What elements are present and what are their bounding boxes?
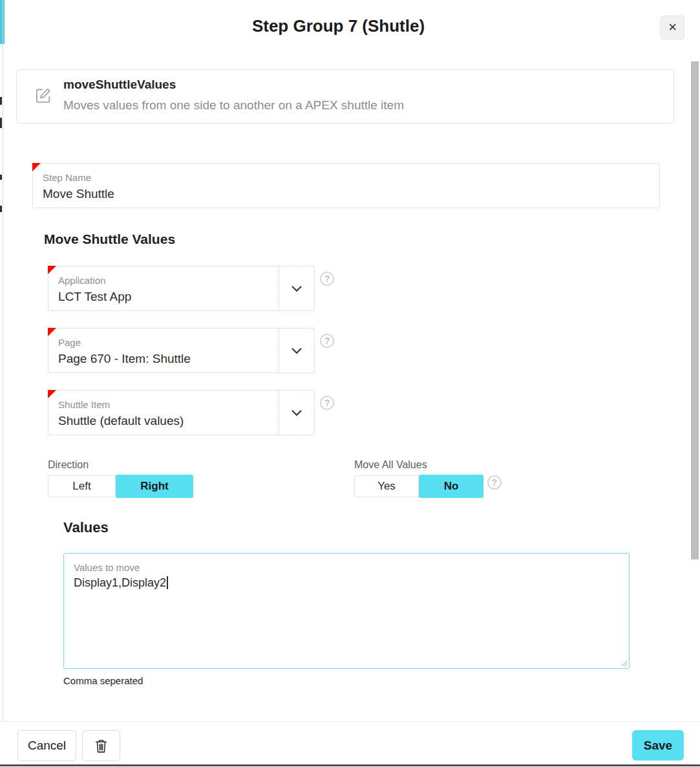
- help-icon[interactable]: ?: [320, 396, 334, 410]
- resize-handle-icon[interactable]: [620, 660, 628, 667]
- direction-option-left[interactable]: Left: [48, 475, 116, 497]
- step-name-value: Move Shuttle: [43, 187, 114, 201]
- shuttle-item-label: Shuttle Item: [58, 399, 110, 410]
- background-artifact: [0, 118, 2, 128]
- close-icon: ✕: [668, 21, 677, 34]
- values-to-move-value: Display1,Display2: [74, 576, 168, 590]
- shuttle-item-value: Shuttle (default values): [58, 414, 184, 428]
- values-to-move-label: Values to move: [74, 562, 140, 573]
- cancel-button[interactable]: Cancel: [17, 730, 76, 761]
- page-dropdown-button[interactable]: [279, 328, 315, 373]
- help-glyph: ?: [324, 398, 330, 408]
- application-dropdown-button[interactable]: [279, 266, 315, 311]
- values-heading: Values: [63, 519, 109, 536]
- save-button[interactable]: Save: [632, 730, 684, 761]
- required-marker: [32, 163, 41, 171]
- chevron-down-icon: [288, 280, 305, 297]
- bottom-edge-line: [0, 764, 700, 766]
- background-artifact: [0, 97, 2, 105]
- values-to-move-textarea[interactable]: Values to move Display1,Display2: [63, 553, 630, 669]
- shuttle-item-select[interactable]: Shuttle Item Shuttle (default values): [48, 390, 315, 435]
- required-marker: [48, 266, 56, 274]
- close-button[interactable]: ✕: [661, 16, 684, 39]
- comma-separated-hint: Comma seperated: [63, 675, 143, 686]
- direction-option-right[interactable]: Right: [116, 475, 193, 498]
- section-heading: Move Shuttle Values: [44, 232, 175, 247]
- step-name-label: Step Name: [43, 172, 91, 183]
- command-info-card: moveShuttleValues Moves values from one …: [16, 69, 674, 124]
- shuttle-item-dropdown-button[interactable]: [279, 390, 315, 435]
- move-all-option-yes[interactable]: Yes: [354, 475, 419, 497]
- background-artifact: [0, 206, 2, 212]
- page-label: Page: [58, 337, 81, 348]
- help-glyph: ?: [492, 477, 498, 488]
- delete-button[interactable]: [82, 730, 120, 761]
- move-all-values-label: Move All Values: [354, 459, 427, 471]
- help-icon[interactable]: ?: [320, 272, 334, 286]
- help-glyph: ?: [324, 336, 330, 346]
- chevron-down-icon: [288, 342, 305, 359]
- step-name-field[interactable]: Step Name Move Shuttle: [32, 163, 660, 208]
- chevron-down-icon: [288, 404, 305, 421]
- command-name: moveShuttleValues: [63, 78, 176, 92]
- direction-label: Direction: [48, 459, 89, 471]
- application-select[interactable]: Application LCT Test App: [48, 266, 315, 311]
- command-description: Moves values from one side to another on…: [63, 98, 404, 113]
- application-label: Application: [58, 275, 105, 286]
- page-value: Page 670 - Item: Shuttle: [58, 352, 191, 366]
- text-cursor: [167, 576, 168, 589]
- textarea-text: Display1,Display2: [74, 576, 166, 589]
- trash-icon: [93, 738, 109, 754]
- modal-footer: Cancel Save: [0, 721, 700, 767]
- application-value: LCT Test App: [58, 290, 131, 304]
- move-all-option-no[interactable]: No: [419, 475, 483, 498]
- modal-title: Step Group 7 (Shutle): [0, 16, 677, 36]
- background-artifact: [0, 175, 2, 180]
- edit-icon: [34, 87, 52, 105]
- scrollbar-thumb[interactable]: [691, 61, 699, 559]
- page-select[interactable]: Page Page 670 - Item: Shuttle: [48, 328, 315, 373]
- help-glyph: ?: [324, 274, 330, 284]
- required-marker: [48, 390, 56, 398]
- left-edge-line: [3, 0, 3, 767]
- required-marker: [48, 328, 56, 336]
- help-icon[interactable]: ?: [487, 475, 502, 490]
- help-icon[interactable]: ?: [320, 334, 334, 348]
